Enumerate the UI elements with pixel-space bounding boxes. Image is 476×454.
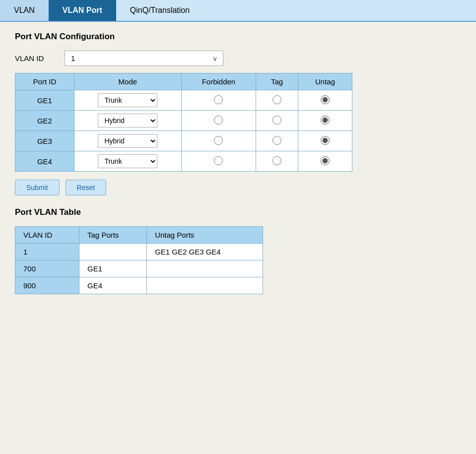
tab-vlan-port[interactable]: VLAN Port <box>49 0 116 21</box>
config-row-mode-ge2: AccessTrunkHybrid <box>74 111 181 131</box>
submit-button[interactable]: Submit <box>15 180 60 195</box>
radio-tag-ge4[interactable] <box>272 156 281 165</box>
config-row-untag-ge3 <box>298 131 352 151</box>
vlan-table-tag-ports: GE1 <box>79 260 147 277</box>
tab-vlan[interactable]: VLAN <box>0 0 49 21</box>
config-row-mode-ge1: AccessTrunkHybrid <box>74 90 181 111</box>
vlan-table-untag-ports <box>147 260 263 277</box>
config-row-tag-ge2 <box>256 111 298 131</box>
vlan-id-label: VLAN ID <box>15 54 55 63</box>
radio-tag-ge2[interactable] <box>272 116 281 125</box>
vlan-id-row: VLAN ID 1 700 900 <box>15 51 461 66</box>
main-content: Port VLAN Configuration VLAN ID 1 700 90… <box>0 22 476 304</box>
vlan-table-vlan-id: 900 <box>15 277 79 294</box>
table-section-title: Port VLAN Table <box>15 207 461 217</box>
config-row-forbidden-ge1 <box>181 90 256 111</box>
vlan-table-col-vlan-id: VLAN ID <box>15 227 79 244</box>
vlan-table-col-untag-ports: Untag Ports <box>147 227 263 244</box>
mode-select-ge1[interactable]: AccessTrunkHybrid <box>98 93 157 107</box>
config-row-port-ge2: GE2 <box>15 111 74 131</box>
radio-forbidden-ge2[interactable] <box>214 116 223 125</box>
mode-select-ge3[interactable]: AccessTrunkHybrid <box>98 134 157 148</box>
radio-tag-ge3[interactable] <box>272 136 281 145</box>
vlan-id-select[interactable]: 1 700 900 <box>65 51 223 66</box>
vlan-table-tag-ports <box>79 244 147 260</box>
vlan-table-untag-ports: GE1 GE2 GE3 GE4 <box>147 244 263 260</box>
config-table: Port ID Mode Forbidden Tag Untag GE1Acce… <box>15 73 352 172</box>
config-row-mode-ge4: AccessTrunkHybrid <box>74 151 181 172</box>
tab-bar: VLAN VLAN Port QinQ/Translation <box>0 0 476 22</box>
col-header-mode: Mode <box>74 73 181 90</box>
radio-untag-ge3[interactable] <box>321 136 330 145</box>
config-row-tag-ge3 <box>256 131 298 151</box>
radio-forbidden-ge1[interactable] <box>214 95 223 104</box>
radio-untag-ge4[interactable] <box>321 156 330 165</box>
vlan-table-tag-ports: GE4 <box>79 277 147 294</box>
mode-select-ge4[interactable]: AccessTrunkHybrid <box>98 154 157 168</box>
config-row-tag-ge4 <box>256 151 298 172</box>
radio-untag-ge1[interactable] <box>321 95 330 104</box>
config-row-port-ge4: GE4 <box>15 151 74 172</box>
config-row-forbidden-ge2 <box>181 111 256 131</box>
config-row-forbidden-ge3 <box>181 131 256 151</box>
vlan-table-untag-ports <box>147 277 263 294</box>
tab-qinq[interactable]: QinQ/Translation <box>116 0 204 21</box>
config-row-mode-ge3: AccessTrunkHybrid <box>74 131 181 151</box>
col-header-untag: Untag <box>298 73 352 90</box>
reset-button[interactable]: Reset <box>66 180 107 195</box>
mode-select-ge2[interactable]: AccessTrunkHybrid <box>98 114 157 128</box>
vlan-table-col-tag-ports: Tag Ports <box>79 227 147 244</box>
radio-forbidden-ge4[interactable] <box>214 156 223 165</box>
config-row-port-ge3: GE3 <box>15 131 74 151</box>
vlan-id-select-wrapper: 1 700 900 <box>65 51 223 66</box>
config-row-untag-ge2 <box>298 111 352 131</box>
col-header-tag: Tag <box>256 73 298 90</box>
config-row-port-ge1: GE1 <box>15 90 74 111</box>
button-row: Submit Reset <box>15 180 461 195</box>
config-row-tag-ge1 <box>256 90 298 111</box>
col-header-port-id: Port ID <box>15 73 74 90</box>
col-header-forbidden: Forbidden <box>181 73 256 90</box>
config-section-title: Port VLAN Configuration <box>15 32 461 42</box>
vlan-table-vlan-id: 1 <box>15 244 79 260</box>
radio-untag-ge2[interactable] <box>321 116 330 125</box>
config-row-forbidden-ge4 <box>181 151 256 172</box>
vlan-table: VLAN ID Tag Ports Untag Ports 1GE1 GE2 G… <box>15 226 263 294</box>
config-row-untag-ge1 <box>298 90 352 111</box>
config-row-untag-ge4 <box>298 151 352 172</box>
radio-tag-ge1[interactable] <box>272 95 281 104</box>
vlan-table-vlan-id: 700 <box>15 260 79 277</box>
radio-forbidden-ge3[interactable] <box>214 136 223 145</box>
